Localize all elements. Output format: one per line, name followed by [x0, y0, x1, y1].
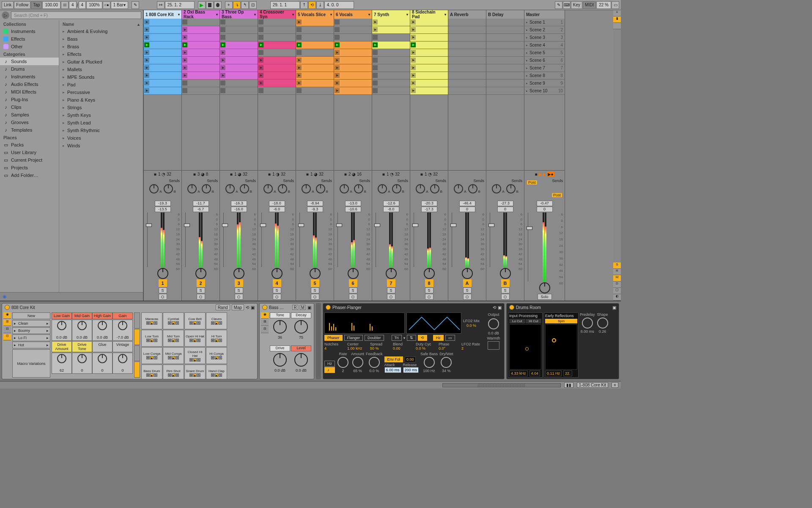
name-item[interactable]: ▸Synth Rhythmic	[59, 127, 143, 134]
clip-slot[interactable]: ▶	[182, 72, 219, 80]
punch-in-icon[interactable]: ⤒	[300, 1, 308, 9]
arm-button[interactable]	[311, 294, 319, 300]
map-button[interactable]: Map	[232, 304, 244, 310]
clip-stop-icon[interactable]	[296, 88, 302, 93]
automation-arm-icon[interactable]: ↴	[233, 1, 241, 9]
clip-slot[interactable]: ▶	[410, 64, 448, 72]
clip-stop-icon[interactable]	[182, 19, 187, 25]
clip-slot[interactable]: ▶	[372, 26, 410, 34]
category-item[interactable]: ♪MIDI Effects	[0, 88, 59, 96]
clip-slot[interactable]	[372, 87, 410, 95]
clip-slot[interactable]: ▶	[334, 80, 372, 87]
fader-track[interactable]	[261, 213, 265, 267]
pan-knob[interactable]	[500, 268, 511, 279]
solo-button[interactable]: S	[311, 287, 319, 293]
track-header[interactable]: 3 Three Op Bass▾	[220, 10, 258, 19]
clip-play-icon[interactable]: ▶	[144, 58, 149, 63]
volume-value[interactable]: 0	[497, 207, 513, 212]
clip-slot[interactable]	[372, 34, 410, 41]
follow-button[interactable]: Follow	[14, 1, 30, 9]
clip-play-icon[interactable]: ▶	[335, 80, 340, 86]
track-activator[interactable]: B	[501, 279, 510, 287]
bass-macro[interactable]: Drive0.0 dB	[270, 345, 290, 378]
track-header[interactable]: 1 808 Core Kit▾	[144, 10, 182, 19]
chain-item[interactable]: ▸Hot▸	[12, 342, 50, 348]
volume-value[interactable]: 0	[537, 207, 553, 212]
clip-play-icon[interactable]: ▶	[411, 58, 416, 63]
track-header[interactable]: B Delay	[486, 10, 524, 19]
clip-slot[interactable]: ▶	[144, 49, 181, 57]
clip-slot[interactable]	[334, 19, 372, 26]
send-a-knob[interactable]	[149, 184, 159, 193]
clip-stop-icon[interactable]	[335, 35, 340, 40]
drywet-knob[interactable]	[441, 357, 452, 368]
clip-play-icon[interactable]: ▶	[182, 35, 187, 40]
macro-knob[interactable]: 0	[92, 353, 112, 374]
loop-start[interactable]: 29. 1. 1	[270, 1, 300, 9]
name-item[interactable]: ▸MPE Sounds	[59, 73, 143, 81]
key-button[interactable]: Key	[571, 1, 582, 9]
io-toggle[interactable]: ≡	[613, 10, 621, 17]
name-item[interactable]: ▸Effects	[59, 50, 143, 58]
name-item[interactable]: ▸Strings	[59, 104, 143, 111]
capture-icon[interactable]: ⊡	[249, 1, 257, 9]
clip-stop-icon[interactable]	[258, 27, 263, 32]
fader-track[interactable]	[185, 213, 189, 267]
arm-button[interactable]	[425, 294, 433, 300]
arm-button[interactable]	[349, 294, 357, 300]
send-b-knob[interactable]	[392, 184, 401, 193]
scene-row[interactable]: ▸Scene 55	[524, 49, 565, 57]
clip-play-icon[interactable]: ▶	[411, 27, 416, 32]
name-item[interactable]: ▸Ambient & Evolving	[59, 28, 143, 35]
drum-pad[interactable]: Low TomM▶S	[141, 330, 162, 347]
chain-item[interactable]: ▸Boomy▸	[12, 327, 50, 334]
drum-pad[interactable]: Hi TomM▶S	[206, 330, 227, 347]
warmth-toggle[interactable]	[488, 341, 499, 350]
clip-play-icon[interactable]: ▶	[258, 65, 263, 70]
clip-slot[interactable]: ▶	[410, 41, 448, 49]
macro-knob[interactable]: -7.0 dB	[112, 320, 133, 341]
pencil-icon[interactable]: ✎	[555, 1, 562, 9]
category-item[interactable]: ♪Sounds	[0, 58, 59, 65]
clip-slot[interactable]: ▶	[334, 49, 372, 57]
collection-item[interactable]: Other	[0, 43, 59, 50]
clip-slot[interactable]: ▶	[144, 64, 181, 72]
chain-item[interactable]: ▸Clean▸	[12, 320, 50, 327]
track-activator[interactable]: 2	[197, 279, 205, 287]
overview-waveform[interactable]	[442, 383, 561, 387]
drum-pad[interactable]: Open Hi HatM▶S	[184, 330, 206, 347]
name-item[interactable]: ▸Synth Lead	[59, 119, 143, 127]
clip-stop-icon[interactable]	[373, 80, 378, 86]
draw-mode-icon[interactable]: ✎	[132, 1, 139, 9]
category-item[interactable]: ♪Grooves	[0, 119, 59, 126]
clip-slot[interactable]: ▶	[372, 19, 410, 26]
clip-stop-icon[interactable]	[373, 35, 378, 40]
clip-play-icon[interactable]: ▶	[335, 88, 340, 93]
fader-handle[interactable]	[412, 224, 418, 227]
clip-slot[interactable]	[296, 34, 334, 41]
clip-slot[interactable]	[296, 87, 334, 95]
solo-button[interactable]: Solo	[538, 294, 552, 300]
clip-play-icon[interactable]: ▶	[373, 42, 378, 47]
volume-value[interactable]: -6.0	[269, 207, 285, 212]
collection-item[interactable]: Instruments	[0, 28, 59, 35]
track-activator[interactable]: 1	[159, 279, 167, 287]
clip-slot[interactable]	[334, 26, 372, 34]
send-a-knob[interactable]	[302, 184, 311, 193]
send-a-knob[interactable]	[225, 184, 235, 193]
loop-icon[interactable]: ⟲	[308, 1, 316, 9]
automation-icon[interactable]: ○●	[103, 1, 110, 9]
fader-handle[interactable]	[374, 224, 380, 227]
solo-button[interactable]: S	[425, 287, 433, 293]
fader-handle[interactable]	[260, 224, 266, 227]
name-item[interactable]: ▸Percussive	[59, 88, 143, 96]
clip-slot[interactable]: ▶	[220, 41, 258, 49]
pf-knob[interactable]	[369, 357, 380, 368]
clip-play-icon[interactable]: ▶	[258, 58, 263, 63]
clip-play-icon[interactable]: ▶	[220, 50, 225, 55]
sends-toggle[interactable]: ▮	[613, 17, 621, 23]
place-item[interactable]: ▭Projects	[0, 164, 59, 171]
peak-level[interactable]: -11.7	[193, 201, 209, 206]
pan-knob[interactable]	[233, 268, 244, 279]
peak-level[interactable]: -20.3	[421, 201, 437, 206]
